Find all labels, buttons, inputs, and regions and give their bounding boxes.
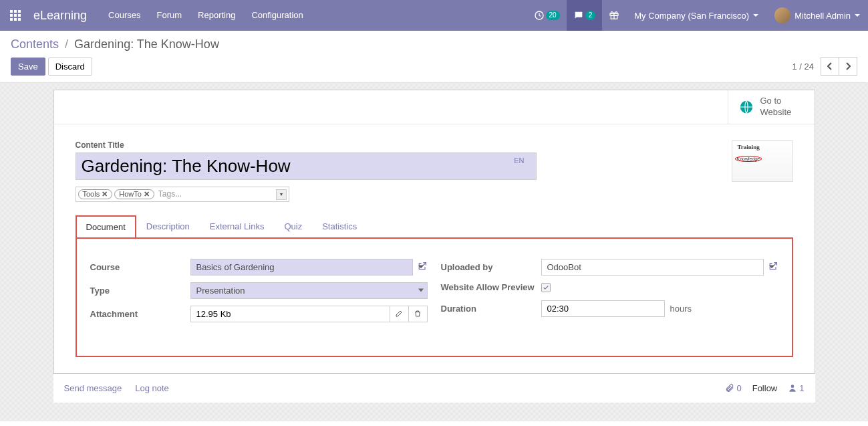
chevron-down-icon xyxy=(855,14,860,17)
tags-placeholder: Tags... xyxy=(158,189,287,199)
activities-icon[interactable]: 20 xyxy=(527,0,567,31)
pager-counter[interactable]: 1 / 24 xyxy=(792,62,814,72)
svg-rect-4 xyxy=(14,14,17,17)
uploaded-by-label: Uploaded by xyxy=(441,262,541,272)
external-link-icon[interactable] xyxy=(417,261,428,274)
svg-rect-7 xyxy=(14,18,17,21)
duration-label: Duration xyxy=(441,304,541,314)
stat-line2: Website xyxy=(760,107,792,118)
duration-input[interactable] xyxy=(541,300,665,317)
chatter: Send message Log note 0 Follow 1 xyxy=(53,374,815,403)
tab-quiz[interactable]: Quiz xyxy=(274,215,312,239)
send-message-button[interactable]: Send message xyxy=(64,383,122,393)
save-button[interactable]: Save xyxy=(11,58,45,76)
form-sheet: Go to Website Content Title EN Tools✕ H xyxy=(53,90,815,374)
attachments-count[interactable]: 0 xyxy=(725,383,741,393)
tab-statistics[interactable]: Statistics xyxy=(312,215,367,239)
tag-tools: Tools✕ xyxy=(78,189,113,199)
pager: 1 / 24 xyxy=(792,57,857,76)
uploaded-by-select[interactable]: OdooBot xyxy=(541,259,764,276)
tag-howto: HowTo✕ xyxy=(114,189,154,199)
svg-rect-8 xyxy=(18,18,21,21)
nav-configuration[interactable]: Configuration xyxy=(243,0,311,31)
top-navbar: eLearning Courses Forum Reporting Config… xyxy=(0,0,868,31)
svg-rect-0 xyxy=(10,10,13,13)
svg-rect-6 xyxy=(10,18,13,21)
breadcrumb-sep: / xyxy=(65,37,68,51)
edit-attachment-button[interactable] xyxy=(390,306,409,322)
stat-line1: Go to xyxy=(760,96,792,107)
gift-icon[interactable] xyxy=(602,0,626,31)
pager-next-button[interactable] xyxy=(839,57,857,76)
svg-rect-1 xyxy=(14,10,17,13)
nav-menu: Courses Forum Reporting Configuration xyxy=(100,0,311,31)
duration-unit: hours xyxy=(670,304,692,314)
svg-rect-5 xyxy=(18,14,21,17)
discuss-badge: 2 xyxy=(585,11,596,20)
delete-attachment-button[interactable] xyxy=(409,306,428,322)
app-brand[interactable]: eLearning xyxy=(31,9,100,23)
notebook: Document Description External Links Quiz… xyxy=(76,215,793,357)
log-note-button[interactable]: Log note xyxy=(135,383,169,393)
breadcrumb-parent[interactable]: Contents xyxy=(11,37,59,51)
tab-description[interactable]: Description xyxy=(136,215,200,239)
form-view: Go to Website Content Title EN Tools✕ H xyxy=(0,83,868,421)
nav-courses[interactable]: Courses xyxy=(100,0,148,31)
discuss-icon[interactable]: 2 xyxy=(567,0,603,31)
breadcrumb-current: Gardening: The Know-How xyxy=(74,37,219,51)
tab-document[interactable]: Document xyxy=(76,215,136,239)
content-title-input[interactable] xyxy=(76,152,537,180)
external-link-icon[interactable] xyxy=(768,261,778,274)
button-box: Go to Website xyxy=(54,90,815,124)
svg-rect-3 xyxy=(10,14,13,17)
chevron-down-icon xyxy=(753,14,758,17)
pager-prev-button[interactable] xyxy=(821,57,839,76)
go-to-website-button[interactable]: Go to Website xyxy=(728,90,815,124)
attachment-input[interactable] xyxy=(190,306,390,322)
content-title-label: Content Title xyxy=(76,140,732,150)
company-switcher[interactable]: My Company (San Francisco) xyxy=(626,0,766,31)
tag-remove-icon[interactable]: ✕ xyxy=(144,190,150,199)
svg-rect-2 xyxy=(18,10,21,13)
translate-button[interactable]: EN xyxy=(514,156,524,165)
discard-button[interactable]: Discard xyxy=(48,58,92,76)
svg-point-13 xyxy=(791,385,794,389)
nav-reporting[interactable]: Reporting xyxy=(190,0,243,31)
apps-icon[interactable] xyxy=(0,0,31,31)
nav-forum[interactable]: Forum xyxy=(149,0,190,31)
company-name: My Company (San Francisco) xyxy=(634,11,749,21)
notebook-tabs: Document Description External Links Quiz… xyxy=(76,215,793,239)
allow-preview-label: Website Allow Preview xyxy=(441,282,541,294)
control-panel: Contents / Gardening: The Know-How Save … xyxy=(0,31,868,83)
avatar xyxy=(774,7,790,23)
breadcrumb: Contents / Gardening: The Know-How xyxy=(11,37,857,51)
tags-dropdown-icon[interactable]: ▾ xyxy=(276,189,287,200)
course-select[interactable]: Basics of Gardening xyxy=(190,259,413,276)
allow-preview-checkbox[interactable] xyxy=(541,283,551,292)
content-thumbnail[interactable] xyxy=(732,140,793,182)
type-select[interactable]: Presentation xyxy=(190,282,428,299)
type-label: Type xyxy=(90,286,190,296)
user-menu[interactable]: Mitchell Admin xyxy=(766,0,868,31)
tag-remove-icon[interactable]: ✕ xyxy=(102,190,108,199)
tab-document-page: Course Basics of Gardening xyxy=(76,237,793,357)
follow-button[interactable]: Follow xyxy=(752,383,778,393)
user-name: Mitchell Admin xyxy=(794,11,851,21)
followers-count[interactable]: 1 xyxy=(788,383,804,393)
attachment-label: Attachment xyxy=(90,309,190,319)
course-label: Course xyxy=(90,262,190,272)
tab-external-links[interactable]: External Links xyxy=(200,215,275,239)
activities-badge: 20 xyxy=(546,11,560,20)
tags-input[interactable]: Tools✕ HowTo✕ Tags... ▾ xyxy=(76,187,289,202)
